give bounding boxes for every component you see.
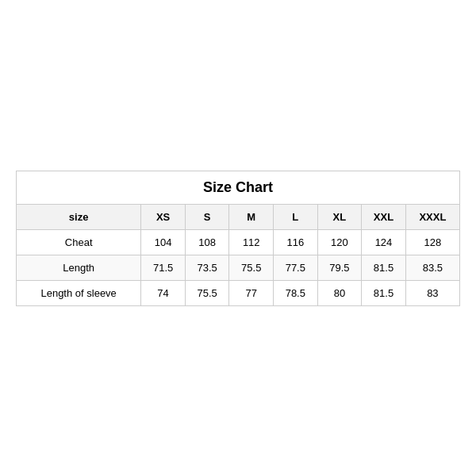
table-title: Size Chart bbox=[17, 171, 460, 204]
cell-value: 83.5 bbox=[405, 255, 459, 280]
header-xxl: XXL bbox=[362, 204, 406, 229]
cell-value: 80 bbox=[317, 280, 362, 305]
cell-value: 73.5 bbox=[185, 255, 229, 280]
header-l: L bbox=[274, 204, 318, 229]
table-row: Length71.573.575.577.579.581.583.5 bbox=[17, 255, 460, 280]
header-xxxl: XXXL bbox=[405, 204, 459, 229]
title-row: Size Chart bbox=[17, 171, 460, 204]
cell-value: 116 bbox=[274, 229, 318, 255]
header-xs: XS bbox=[141, 204, 186, 229]
cell-value: 71.5 bbox=[141, 255, 186, 280]
cell-value: 81.5 bbox=[362, 280, 406, 305]
header-xl: XL bbox=[317, 204, 362, 229]
cell-value: 75.5 bbox=[185, 280, 229, 305]
cell-value: 108 bbox=[185, 229, 229, 255]
table-row: Length of sleeve7475.57778.58081.583 bbox=[17, 280, 460, 305]
cell-value: 75.5 bbox=[229, 255, 274, 280]
cell-value: 79.5 bbox=[317, 255, 362, 280]
cell-value: 77 bbox=[229, 280, 274, 305]
size-chart-container: Size Chart size XS S M L XL XXL XXXL Che… bbox=[16, 171, 460, 306]
cell-value: 128 bbox=[405, 229, 459, 255]
size-chart-table: Size Chart size XS S M L XL XXL XXXL Che… bbox=[16, 171, 460, 306]
cell-value: 74 bbox=[141, 280, 186, 305]
header-m: M bbox=[229, 204, 274, 229]
cell-value: 104 bbox=[141, 229, 186, 255]
header-size: size bbox=[17, 204, 141, 229]
table-body: Cheat104108112116120124128Length71.573.5… bbox=[17, 229, 460, 305]
row-label: Cheat bbox=[17, 229, 141, 255]
table-row: Cheat104108112116120124128 bbox=[17, 229, 460, 255]
cell-value: 78.5 bbox=[274, 280, 318, 305]
row-label: Length of sleeve bbox=[17, 280, 141, 305]
cell-value: 81.5 bbox=[362, 255, 406, 280]
cell-value: 83 bbox=[405, 280, 459, 305]
cell-value: 120 bbox=[317, 229, 362, 255]
cell-value: 124 bbox=[362, 229, 406, 255]
cell-value: 112 bbox=[229, 229, 274, 255]
header-row: size XS S M L XL XXL XXXL bbox=[17, 204, 460, 229]
header-s: S bbox=[185, 204, 229, 229]
cell-value: 77.5 bbox=[274, 255, 318, 280]
row-label: Length bbox=[17, 255, 141, 280]
